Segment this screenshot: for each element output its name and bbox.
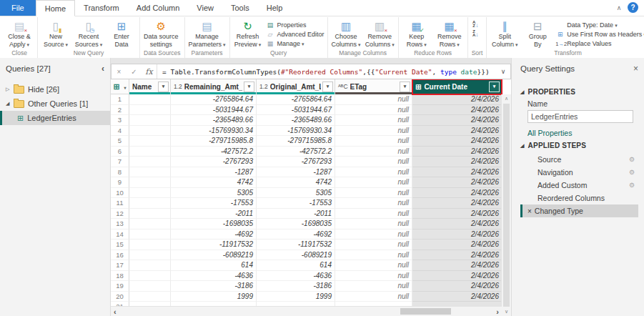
cell[interactable]: 2/4/2026 xyxy=(412,126,502,137)
cell[interactable]: 2/4/2026 xyxy=(412,105,502,116)
cell[interactable]: null xyxy=(335,198,412,209)
cell[interactable]: -15769930.34 xyxy=(257,126,335,137)
data-source-settings-button[interactable]: ⚙Data sourcesettings xyxy=(142,18,181,49)
cell[interactable] xyxy=(129,115,171,126)
cell[interactable]: null xyxy=(335,94,412,105)
cell[interactable] xyxy=(129,271,171,282)
cell[interactable] xyxy=(129,281,171,292)
row-number[interactable]: 3 xyxy=(111,115,129,126)
all-properties-link[interactable]: All Properties xyxy=(527,129,638,137)
cell[interactable]: -6089219 xyxy=(171,250,257,261)
cell[interactable] xyxy=(129,157,171,167)
tab-home[interactable]: Home xyxy=(36,0,75,16)
horizontal-scroll-thumb[interactable] xyxy=(400,308,451,315)
recent-sources-button[interactable]: ▯◷RecentSources xyxy=(72,18,105,49)
row-number[interactable]: 4 xyxy=(111,126,129,137)
cell[interactable]: -2365489.66 xyxy=(171,115,257,126)
cell[interactable]: -2767293 xyxy=(257,157,335,167)
replace-values-button[interactable]: 1→2Replace Values xyxy=(555,39,644,48)
cell[interactable]: -279715985.8 xyxy=(257,136,335,147)
delete-step-icon[interactable]: × xyxy=(527,207,532,215)
cell[interactable]: null xyxy=(335,157,412,167)
row-number[interactable]: 16 xyxy=(111,250,129,261)
close-icon[interactable] xyxy=(633,64,638,74)
cell[interactable]: -2765864.64 xyxy=(171,94,257,105)
cell[interactable]: null xyxy=(335,281,412,292)
cell[interactable]: null xyxy=(335,271,412,282)
row-number[interactable]: 15 xyxy=(111,240,129,250)
advanced-editor-button[interactable]: ▱Advanced Editor xyxy=(266,29,325,39)
cell[interactable] xyxy=(129,260,171,271)
tab-tools[interactable]: Tools xyxy=(222,0,258,16)
sort-ascending-button[interactable]: AZ↓ xyxy=(471,20,482,29)
expanded-arrow-icon[interactable]: ◢ xyxy=(6,101,14,107)
cell[interactable]: -2011 xyxy=(257,209,335,219)
queries-folder-hide-26[interactable]: ▷Hide [26] xyxy=(0,82,110,97)
tab-add-column[interactable]: Add Column xyxy=(128,0,189,16)
cell[interactable]: -2011 xyxy=(171,209,257,219)
filter-button[interactable] xyxy=(489,82,500,92)
row-number[interactable]: 19 xyxy=(111,281,129,292)
row-number[interactable]: 12 xyxy=(111,209,129,219)
step-settings-icon[interactable]: ⚙ xyxy=(629,182,638,189)
cell[interactable]: -5031944.67 xyxy=(171,105,257,116)
cell[interactable]: -17553 xyxy=(257,198,335,209)
data-type-button[interactable]: Data Type: Date xyxy=(555,20,644,29)
cell[interactable]: null xyxy=(335,177,412,188)
cell[interactable]: -427572.2 xyxy=(257,147,335,157)
filter-button[interactable] xyxy=(244,82,254,92)
row-number[interactable]: 7 xyxy=(111,157,129,167)
cell[interactable]: -4692 xyxy=(257,229,335,240)
queries-folder-other-queries-1[interactable]: ◢Other Queries [1] xyxy=(0,97,110,111)
query-item-ledgerentries[interactable]: ⊞LedgerEntries xyxy=(0,111,110,125)
filter-button[interactable] xyxy=(158,82,169,92)
cell[interactable]: 4742 xyxy=(257,177,335,188)
cell[interactable]: 2/4/2026 xyxy=(412,281,502,292)
cell[interactable]: 2/4/2026 xyxy=(412,94,502,105)
manage-parameters-button[interactable]: ▤ManageParameters xyxy=(187,18,228,49)
cell[interactable]: 2/4/2026 xyxy=(412,167,502,178)
cell[interactable]: null xyxy=(335,209,412,219)
properties-section-header[interactable]: PROPERTIES xyxy=(520,88,638,96)
row-number[interactable]: 14 xyxy=(111,229,129,240)
cell[interactable]: 614 xyxy=(171,260,257,271)
cell[interactable]: -3186 xyxy=(171,281,257,292)
cell[interactable]: null xyxy=(335,147,412,157)
cell[interactable]: 5305 xyxy=(257,188,335,199)
cell[interactable]: -427572.2 xyxy=(171,147,257,157)
cell[interactable]: 4742 xyxy=(171,177,257,188)
cell[interactable]: -15769930.34 xyxy=(171,126,257,137)
group-by-button[interactable]: ⊟GroupBy xyxy=(521,18,554,49)
cell[interactable]: null xyxy=(335,240,412,250)
cell[interactable]: null xyxy=(335,126,412,137)
cell[interactable] xyxy=(129,188,171,199)
cell[interactable]: 2/4/2026 xyxy=(412,260,502,271)
row-number[interactable]: 20 xyxy=(111,292,129,302)
cell[interactable]: -2365489.66 xyxy=(257,115,335,126)
step-settings-icon[interactable]: ⚙ xyxy=(629,169,638,176)
cell[interactable]: 2/4/2026 xyxy=(412,250,502,261)
row-number[interactable]: 18 xyxy=(111,271,129,282)
cell[interactable]: -6089219 xyxy=(257,250,335,261)
applied-steps-section-header[interactable]: APPLIED STEPS xyxy=(520,142,638,149)
formula-expand-icon[interactable] xyxy=(496,68,510,75)
applied-step-changed-type[interactable]: ×Changed Type xyxy=(520,204,638,217)
cell[interactable]: 2/4/2026 xyxy=(412,115,502,126)
cell[interactable]: null xyxy=(335,260,412,271)
cell[interactable]: 1999 xyxy=(257,292,335,302)
applied-step-navigation[interactable]: Navigation⚙ xyxy=(520,166,638,179)
vertical-scroll-thumb[interactable] xyxy=(503,104,510,307)
cell[interactable] xyxy=(129,219,171,229)
row-number[interactable]: 8 xyxy=(111,167,129,178)
cell[interactable]: -2765864.64 xyxy=(257,94,335,105)
collapse-ribbon-icon[interactable] xyxy=(612,0,626,16)
cell[interactable]: null xyxy=(335,292,412,302)
cell[interactable] xyxy=(129,229,171,240)
cell[interactable]: 2/4/2026 xyxy=(412,229,502,240)
cell[interactable]: 2/4/2026 xyxy=(412,136,502,147)
cell[interactable]: null xyxy=(335,167,412,178)
cell[interactable] xyxy=(129,167,171,178)
cell[interactable] xyxy=(129,240,171,250)
scroll-right-icon[interactable] xyxy=(496,307,499,316)
cell[interactable]: -11917532 xyxy=(257,240,335,250)
